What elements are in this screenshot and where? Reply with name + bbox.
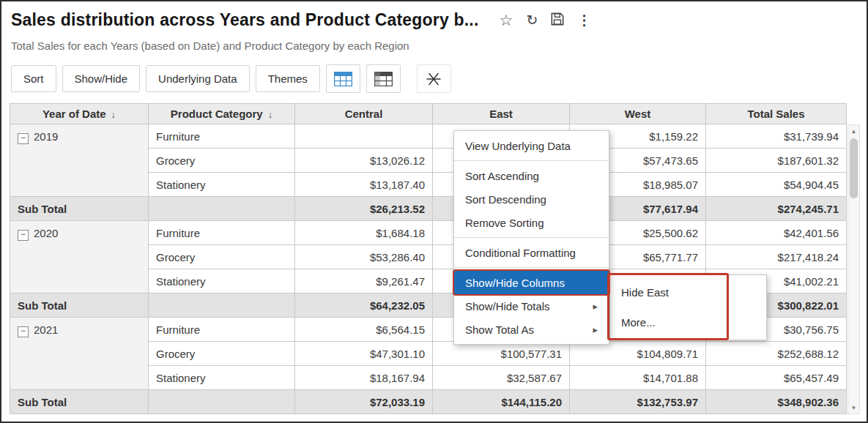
subtotal-central: $72,033.19 <box>295 390 433 414</box>
toolbar-text-buttons: SortShow/HideUnderlying DataThemes <box>11 65 320 92</box>
page-title: Sales distribution across Years and Prod… <box>11 10 479 30</box>
scroll-down-icon[interactable]: ▼ <box>848 402 859 413</box>
submenu-item-more[interactable]: More... <box>610 307 766 337</box>
sort-arrow-icon[interactable]: ↓ <box>268 109 273 120</box>
menu-item-label: Sort Descending <box>465 193 546 206</box>
category-cell: Grocery <box>149 342 295 366</box>
collapse-icon[interactable]: − <box>18 133 29 144</box>
pivot-view-icon <box>374 72 393 86</box>
column-header-product-category[interactable]: Product Category↓ <box>149 104 295 124</box>
value-cell-east: $32,587.67 <box>433 366 570 390</box>
value-cell-total: $252,688.12 <box>706 342 847 366</box>
column-header-east[interactable]: East <box>433 104 570 124</box>
category-cell: Furniture <box>149 318 295 342</box>
sort-arrow-icon[interactable]: ↓ <box>111 109 116 120</box>
pivot-view-button[interactable] <box>366 64 401 93</box>
toolbar-button-underlying-data[interactable]: Underlying Data <box>146 65 250 92</box>
pivot-table: Year of Date↓Product Category↓CentralEas… <box>10 103 847 414</box>
menu-item-sort-descending[interactable]: Sort Descending <box>454 187 609 211</box>
header: Sales distribution across Years and Prod… <box>11 10 591 30</box>
menu-item-label: Show/Hide Columns <box>465 277 565 289</box>
column-header-west[interactable]: West <box>570 104 706 124</box>
collapse-icon[interactable]: − <box>18 326 29 337</box>
value-cell-total: $187,601.32 <box>706 149 847 173</box>
column-header-label: Year of Date <box>42 108 106 120</box>
menu-divider <box>454 267 609 268</box>
value-cell-total: $65,457.49 <box>706 366 847 390</box>
submenu-arrow-icon: ▸ <box>593 301 598 312</box>
value-cell-east: $100,577.31 <box>433 342 570 366</box>
table-body: −2019Furniture$1,159.22$31,739.94Grocery… <box>10 124 847 414</box>
menu-item-show-hide-totals[interactable]: Show/Hide Totals▸ <box>454 294 609 318</box>
value-cell-central: $6,564.15 <box>295 318 433 342</box>
year-group-cell-2020: −2020 <box>10 221 149 293</box>
value-cell-total: $217,418.24 <box>706 245 847 269</box>
menu-item-sort-ascending[interactable]: Sort Ascending <box>454 164 609 187</box>
menu-item-show-total-as[interactable]: Show Total As▸ <box>454 318 609 341</box>
column-header-label: Central <box>345 108 383 120</box>
table-view-icon <box>334 72 352 86</box>
menu-item-label: Conditional Formatting <box>465 247 576 259</box>
value-cell-central: $47,301.10 <box>295 342 433 366</box>
subtotal-label: Sub Total <box>10 293 149 318</box>
collapse-axes-icon <box>426 71 442 87</box>
pivot-report-window: Sales distribution across Years and Prod… <box>0 0 868 423</box>
column-header-central[interactable]: Central <box>295 104 433 124</box>
menu-item-conditional-formatting[interactable]: Conditional Formatting <box>454 241 609 264</box>
value-cell-west: $104,809.71 <box>570 342 706 366</box>
collapse-axes-button[interactable] <box>417 64 451 93</box>
subtotal-row: Sub Total$72,033.19$144,115.20$132,753.9… <box>10 390 847 414</box>
menu-item-label: Show Total As <box>465 323 534 336</box>
value-cell-central: $9,261.47 <box>295 269 433 293</box>
menu-item-label: Sort Ascending <box>465 170 539 182</box>
favorite-star-icon[interactable]: ☆ <box>500 12 513 28</box>
year-group-cell-2021: −2021 <box>10 318 149 390</box>
column-header-total-sales[interactable]: Total Sales <box>706 104 847 124</box>
submenu-arrow-icon: ▸ <box>593 324 598 335</box>
subtotal-category-cell <box>149 197 295 221</box>
subtotal-total: $274,245.71 <box>706 197 847 221</box>
table-row: −2019Furniture$1,159.22$31,739.94 <box>10 124 847 149</box>
table-view-button[interactable] <box>326 64 360 93</box>
category-cell: Stationery <box>149 173 295 197</box>
year-label: 2020 <box>34 227 58 239</box>
value-cell-central: $18,167.94 <box>295 366 433 390</box>
vertical-scrollbar[interactable]: ▲ ▼ <box>847 124 860 414</box>
value-cell-central: $1,684.18 <box>295 221 433 245</box>
value-cell-total: $31,739.94 <box>706 124 847 149</box>
category-cell: Stationery <box>149 269 295 293</box>
submenu: Hide EastMore... <box>609 274 767 340</box>
year-label: 2019 <box>34 130 58 143</box>
category-cell: Stationery <box>149 366 295 390</box>
menu-divider <box>454 237 609 238</box>
column-header-label: West <box>625 108 651 120</box>
menu-item-view-underlying-data[interactable]: View Underlying Data <box>454 134 609 157</box>
value-cell-central: $13,187.40 <box>295 173 433 197</box>
scrollbar-thumb[interactable] <box>850 138 858 198</box>
value-cell-central: $53,286.40 <box>295 245 433 269</box>
value-cell-total: $42,401.56 <box>706 221 847 245</box>
submenu-item-hide-east[interactable]: Hide East <box>610 277 766 307</box>
toolbar-button-show-hide[interactable]: Show/Hide <box>62 65 141 92</box>
menu-item-label: View Underlying Data <box>465 140 571 152</box>
toolbar-button-themes[interactable]: Themes <box>256 65 320 92</box>
menu-item-remove-sorting[interactable]: Remove Sorting <box>454 211 609 234</box>
refresh-icon[interactable]: ↻ <box>526 13 538 27</box>
save-icon[interactable] <box>551 12 564 28</box>
more-options-kebab-icon[interactable]: ⋮ <box>577 13 591 27</box>
value-cell-central <box>295 124 433 149</box>
scroll-up-icon[interactable]: ▲ <box>848 125 859 137</box>
collapse-icon[interactable]: − <box>18 230 29 241</box>
menu-item-label: Remove Sorting <box>465 217 544 229</box>
menu-item-show-hide-columns[interactable]: Show/Hide Columns <box>454 271 609 294</box>
toolbar-button-sort[interactable]: Sort <box>11 65 56 92</box>
column-header-year-of-date[interactable]: Year of Date↓ <box>10 104 149 124</box>
subtotal-east: $144,115.20 <box>433 390 570 414</box>
subtotal-total: $348,902.36 <box>706 390 847 414</box>
subtotal-central: $26,213.52 <box>295 197 433 221</box>
year-group-cell-2019: −2019 <box>10 124 149 197</box>
column-header-label: Product Category <box>171 108 263 120</box>
category-cell: Furniture <box>149 124 295 149</box>
value-cell-west: $14,701.88 <box>570 366 706 390</box>
context-menu: View Underlying DataSort AscendingSort D… <box>453 130 609 345</box>
